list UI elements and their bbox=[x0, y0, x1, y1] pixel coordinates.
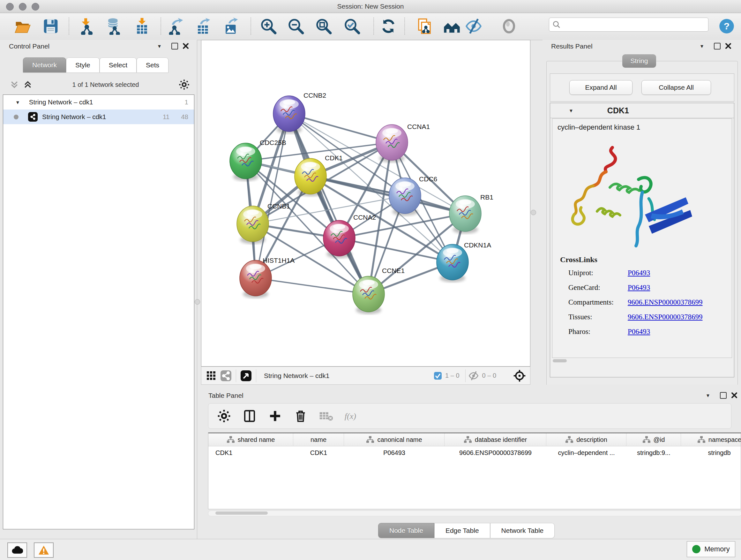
function-builder-button[interactable]: f(x) bbox=[343, 407, 360, 426]
table-horizontal-scrollbar[interactable] bbox=[208, 510, 741, 516]
delete-column-button[interactable] bbox=[292, 407, 309, 426]
crosslink-genecard-link[interactable]: P06493 bbox=[628, 284, 650, 292]
tab-network[interactable]: Network bbox=[23, 57, 66, 72]
crosshair-icon bbox=[513, 369, 526, 382]
memory-button[interactable]: Memory bbox=[687, 541, 735, 557]
network-canvas[interactable]: CCNB2CCNA1CDC25BCDK1CDC6RB1CCNB1CCNA2CDK… bbox=[201, 40, 530, 367]
column-header-namespace[interactable]: namespace bbox=[681, 433, 741, 446]
footer-separator bbox=[465, 369, 466, 382]
svg-text:CDKN1A: CDKN1A bbox=[464, 241, 491, 249]
automation-cloud-button[interactable] bbox=[7, 543, 27, 558]
birdseye-grid-button[interactable] bbox=[204, 369, 219, 383]
control-panel-title: Control Panel bbox=[9, 43, 50, 50]
save-session-button[interactable] bbox=[42, 16, 60, 37]
network-row[interactable]: String Network – cdk1 11 48 bbox=[3, 110, 194, 124]
fx-icon: f(x) bbox=[343, 408, 360, 424]
collection-expand-icon[interactable]: ▼ bbox=[15, 100, 20, 105]
string-results-tab[interactable]: String bbox=[622, 54, 656, 68]
control-panel: Control Panel ▼ Network Style Select Set… bbox=[0, 40, 197, 539]
column-header-description[interactable]: description bbox=[546, 433, 626, 446]
tab-network-table[interactable]: Network Table bbox=[490, 523, 555, 538]
apply-layout-button[interactable] bbox=[379, 16, 398, 37]
import-network-file-button[interactable] bbox=[77, 16, 96, 37]
hide-selected-button[interactable] bbox=[464, 16, 483, 37]
table-panel-close-icon[interactable] bbox=[731, 392, 738, 398]
create-column-button[interactable] bbox=[266, 407, 284, 426]
crosslink-label: Uniprot: bbox=[568, 269, 593, 277]
tab-edge-table[interactable]: Edge Table bbox=[434, 523, 490, 538]
table-panel-collapse-icon[interactable]: ▼ bbox=[705, 393, 711, 398]
zoom-out-button[interactable] bbox=[286, 16, 305, 37]
string-settings-button[interactable] bbox=[219, 369, 233, 383]
string-network-graph[interactable]: CCNB2CCNA1CDC25BCDK1CDC6RB1CCNB1CCNA2CDK… bbox=[201, 40, 530, 366]
table-row[interactable]: CDK1 CDK1 P06493 9606.ENSP00000378699 cy… bbox=[208, 446, 741, 459]
open-folder-icon bbox=[14, 17, 31, 35]
help-button[interactable]: ? bbox=[718, 16, 736, 37]
crosslink-pharos-link[interactable]: P06493 bbox=[628, 327, 650, 336]
column-header-id[interactable]: @id bbox=[626, 433, 681, 446]
results-panel-title: Results Panel bbox=[551, 43, 593, 50]
delete-table-button[interactable] bbox=[318, 407, 335, 426]
control-panel-close-icon[interactable] bbox=[183, 43, 189, 49]
network-collection-row[interactable]: ▼ String Network – cdk1 1 bbox=[3, 95, 194, 110]
show-columns-button[interactable] bbox=[241, 407, 258, 426]
crosslink-tissues-link[interactable]: 9606.ENSP00000378699 bbox=[628, 313, 703, 321]
footer-separator bbox=[256, 369, 256, 382]
selected-checkbox-icon[interactable] bbox=[434, 372, 442, 380]
export-image-icon bbox=[223, 17, 240, 35]
window-title: Session: New Session bbox=[0, 3, 741, 10]
fit-selected-button[interactable] bbox=[512, 369, 527, 383]
open-session-button[interactable] bbox=[13, 16, 32, 37]
tab-select[interactable]: Select bbox=[99, 57, 137, 72]
footer-separator bbox=[236, 369, 236, 382]
cdk1-entry-body: cyclin–dependent kinase 1 bbox=[552, 118, 732, 358]
attribute-tree-icon bbox=[643, 436, 651, 443]
table-options-button[interactable] bbox=[215, 407, 232, 426]
crosslink-uniprot-link[interactable]: P06493 bbox=[628, 269, 650, 277]
cdk1-entry-header[interactable]: ▼ CDK1 bbox=[550, 103, 734, 118]
zoom-fit-button[interactable] bbox=[314, 16, 333, 37]
export-network-button[interactable] bbox=[167, 16, 185, 37]
tab-sets[interactable]: Sets bbox=[137, 57, 169, 72]
hidden-eye-slash-icon[interactable] bbox=[468, 371, 479, 381]
chevron-double-down-icon[interactable] bbox=[10, 80, 19, 89]
table-panel-float-icon[interactable] bbox=[720, 392, 727, 399]
control-panel-float-icon[interactable] bbox=[172, 43, 178, 50]
export-image-button[interactable] bbox=[222, 16, 241, 37]
collapse-all-button[interactable]: Collapse All bbox=[642, 80, 711, 95]
tab-style[interactable]: Style bbox=[66, 57, 99, 72]
network-options-gear-icon[interactable] bbox=[179, 79, 190, 90]
column-header-database-identifier[interactable]: database identifier bbox=[445, 433, 546, 446]
open-in-new-window-button[interactable] bbox=[239, 369, 253, 383]
warnings-button[interactable] bbox=[34, 543, 54, 558]
crosslink-compartments-link[interactable]: 9606.ENSP00000378699 bbox=[628, 298, 703, 307]
entry-collapse-icon[interactable]: ▼ bbox=[569, 108, 574, 113]
show-all-button[interactable] bbox=[443, 16, 461, 37]
import-table-icon bbox=[133, 17, 151, 35]
results-panel-float-icon[interactable] bbox=[714, 43, 721, 50]
column-header-canonical-name[interactable]: canonical name bbox=[344, 433, 445, 446]
zoom-selected-button[interactable] bbox=[343, 16, 361, 37]
selected-counts: 1 – 0 bbox=[445, 372, 459, 379]
chevron-double-up-icon[interactable] bbox=[23, 80, 32, 89]
left-splitter-handle[interactable] bbox=[195, 299, 200, 305]
expand-all-button[interactable]: Expand All bbox=[569, 80, 632, 95]
column-header-name[interactable]: name bbox=[293, 433, 344, 446]
columns-icon bbox=[243, 410, 256, 422]
scrollbar-thumb[interactable] bbox=[215, 511, 268, 515]
clone-network-button[interactable] bbox=[415, 16, 434, 37]
right-splitter-handle[interactable] bbox=[531, 210, 536, 215]
import-network-database-button[interactable] bbox=[105, 16, 123, 37]
results-panel-close-icon[interactable] bbox=[725, 43, 731, 49]
control-panel-collapse-icon[interactable]: ▼ bbox=[157, 44, 162, 49]
zoom-in-button[interactable] bbox=[259, 16, 278, 37]
crosslink-label: Pharos: bbox=[568, 327, 590, 336]
search-input[interactable] bbox=[563, 21, 705, 29]
graphics-details-button[interactable] bbox=[500, 16, 518, 37]
export-table-button[interactable] bbox=[194, 16, 213, 37]
column-header-shared-name[interactable]: shared name bbox=[208, 433, 293, 446]
results-panel-collapse-icon[interactable]: ▼ bbox=[699, 44, 704, 49]
import-table-file-button[interactable] bbox=[133, 16, 151, 37]
entry-hscroll-thumb[interactable] bbox=[553, 359, 567, 362]
tab-node-table[interactable]: Node Table bbox=[378, 523, 434, 538]
